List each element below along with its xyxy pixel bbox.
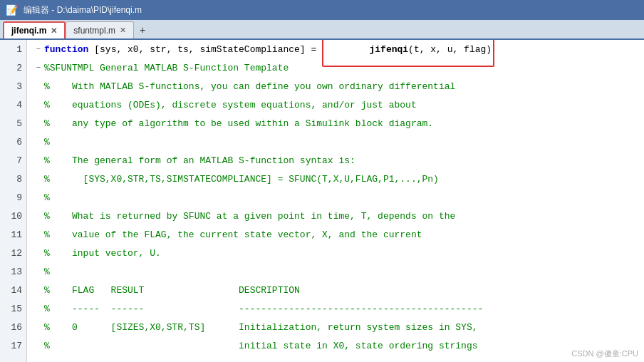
code-line-15: % ----- ------ -------------------------… xyxy=(27,299,644,318)
line-num-8: 8 xyxy=(0,170,26,188)
line-numbers: 1 2 3 4 5 6 7 8 9 10 11 12 13 14 15 16 1… xyxy=(0,40,27,362)
watermark: CSDN @傻童:CPU xyxy=(571,348,638,359)
line-num-12: 12 xyxy=(0,244,26,262)
line-num-13: 13 xyxy=(0,262,26,281)
line2-code: %SFUNTMPL General MATLAB S-Function Temp… xyxy=(44,63,289,73)
code-line-7: % The general form of an MATLAB S-functi… xyxy=(27,151,644,170)
line9-code: % xyxy=(44,192,50,203)
line1-middle: [sys, x0, str, ts, simStateCompliance] = xyxy=(88,44,322,55)
keyword-function: function xyxy=(44,44,88,55)
line-num-15: 15 xyxy=(0,299,26,318)
fold-icon-1[interactable]: − xyxy=(33,45,44,53)
line6-code: % xyxy=(44,137,50,148)
code-line-13: % xyxy=(27,262,644,281)
line12-code: % input vector, U. xyxy=(44,248,161,259)
code-line-14: % FLAG RESULT DESCRIPTION xyxy=(27,281,644,299)
line-num-4: 4 xyxy=(0,95,26,114)
line5-code: % any type of algorithm to be used withi… xyxy=(44,118,433,129)
line11-code: % value of the FLAG, the current state v… xyxy=(44,229,422,240)
editor-area: 1 2 3 4 5 6 7 8 9 10 11 12 13 14 15 16 1… xyxy=(0,40,644,362)
tab-label-jifenqi: jifenqi.m xyxy=(11,26,46,36)
line-num-11: 11 xyxy=(0,225,26,244)
code-line-5: % any type of algorithm to be used withi… xyxy=(27,114,644,133)
code-line-4: % equations (ODEs), discrete system equa… xyxy=(27,95,644,114)
line-num-3: 3 xyxy=(0,77,26,95)
tab-add-button[interactable]: + xyxy=(134,21,151,38)
func-name: jifenqi xyxy=(370,44,409,55)
tab-close-jifenqi[interactable]: ✕ xyxy=(51,26,57,36)
line-num-5: 5 xyxy=(0,114,26,133)
code-area: − function [sys, x0, str, ts, simStateCo… xyxy=(27,40,644,362)
line-num-2: 2 xyxy=(0,58,26,77)
code-line-9: % xyxy=(27,188,644,207)
tab-jifenqi[interactable]: jifenqi.m ✕ xyxy=(3,21,66,38)
code-line-3: % With MATLAB S-functions, you can defin… xyxy=(27,77,644,95)
fold-icon-2[interactable]: − xyxy=(33,63,44,72)
line-num-1: 1 xyxy=(0,40,26,58)
line14-code: % FLAG RESULT DESCRIPTION xyxy=(44,285,300,296)
tab-bar: jifenqi.m ✕ sfuntmpl.m ✕ + xyxy=(0,20,644,40)
line-num-17: 17 xyxy=(0,336,26,355)
code-line-1: − function [sys, x0, str, ts, simStateCo… xyxy=(27,40,644,58)
line15-code: % ----- ------ -------------------------… xyxy=(44,304,483,314)
line-num-9: 9 xyxy=(0,188,26,207)
code-line-11: % value of the FLAG, the current state v… xyxy=(27,225,644,244)
tab-label-sfuntmpl: sfuntmpl.m xyxy=(73,26,115,36)
code-line-6: % xyxy=(27,133,644,151)
line-num-7: 7 xyxy=(0,151,26,170)
tab-sfuntmpl[interactable]: sfuntmpl.m ✕ xyxy=(66,21,134,38)
code-line-2: − %SFUNTMPL General MATLAB S-Function Te… xyxy=(27,58,644,77)
line17-code: % initial state in X0, state ordering st… xyxy=(44,341,478,351)
line13-code: % xyxy=(44,267,50,277)
line-num-10: 10 xyxy=(0,207,26,225)
code-line-10: % What is returned by SFUNC at a given p… xyxy=(27,207,644,225)
func-args: (t, x, u, flag) xyxy=(408,44,492,55)
line8-code: % [SYS,X0,STR,TS,SIMSTATECOMPLIANCE] = S… xyxy=(44,174,439,185)
code-line-17: % initial state in X0, state ordering st… xyxy=(27,336,644,355)
editor-icon: 📝 xyxy=(6,4,18,16)
line10-code: % What is returned by SFUNC at a given p… xyxy=(44,211,455,222)
code-line-16: % 0 [SIZES,X0,STR,TS] Initialization, re… xyxy=(27,318,644,336)
code-line-12: % input vector, U. xyxy=(27,244,644,262)
line3-code: % With MATLAB S-functions, you can defin… xyxy=(44,81,455,92)
code-line-8: % [SYS,X0,STR,TS,SIMSTATECOMPLIANCE] = S… xyxy=(27,170,644,188)
title-bar: 📝 编辑器 - D:\daima\PID\jifenqi.m xyxy=(0,0,644,20)
title-text: 编辑器 - D:\daima\PID\jifenqi.m xyxy=(24,4,142,16)
line-num-6: 6 xyxy=(0,133,26,151)
line16-code: % 0 [SIZES,X0,STR,TS] Initialization, re… xyxy=(44,322,478,333)
tab-close-sfuntmpl[interactable]: ✕ xyxy=(120,26,126,35)
line7-code: % The general form of an MATLAB S-functi… xyxy=(44,155,355,166)
line-num-16: 16 xyxy=(0,318,26,336)
line-num-14: 14 xyxy=(0,281,26,299)
line4-code: % equations (ODEs), discrete system equa… xyxy=(44,100,417,110)
